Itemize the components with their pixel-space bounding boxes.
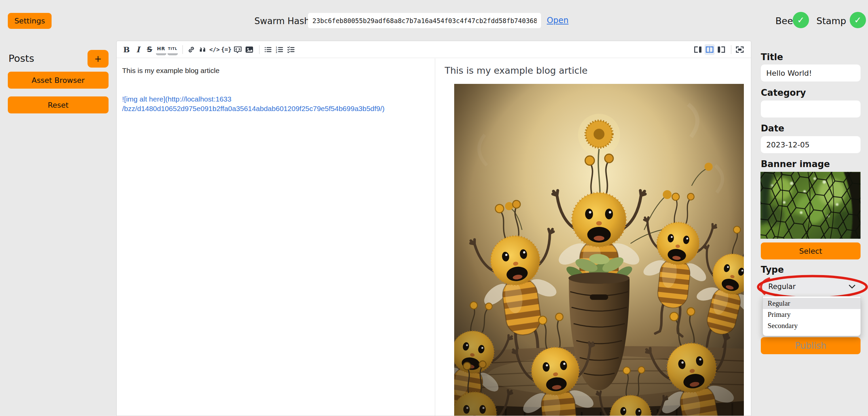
type-dropdown-menu: Regular Primary Secondary <box>763 296 861 336</box>
editor-panel: B I S HR TITL </> {=} <box>116 41 751 416</box>
quote-icon[interactable] <box>198 44 208 55</box>
banner-image-thumbnail <box>760 172 861 239</box>
etherjot-blog-editor: Settings Swarm Hash Open Bee ✓ Stamp ✓ P… <box>0 0 868 416</box>
markdown-toolbar: B I S HR TITL </> {=} <box>117 41 751 58</box>
editor-image-link-line1: ![img alt here](http://localhost:1633 <box>122 94 429 104</box>
checklist-icon[interactable] <box>286 44 296 55</box>
code-block-icon[interactable]: {=} <box>221 44 232 55</box>
svg-text:3: 3 <box>276 51 277 53</box>
horizontal-rule-icon[interactable]: HR <box>156 44 166 55</box>
reset-button[interactable]: Reset <box>8 96 109 113</box>
fullscreen-icon[interactable] <box>735 44 745 55</box>
type-option-secondary[interactable]: Secondary <box>763 320 861 331</box>
type-label: Type <box>761 265 784 275</box>
markdown-editor[interactable]: This is my example blog article ![img al… <box>117 58 435 416</box>
preview-bee-image <box>454 84 744 416</box>
embed-code-icon[interactable] <box>233 44 243 55</box>
type-select[interactable]: Regular <box>763 280 861 293</box>
strikethrough-icon[interactable]: S <box>144 44 155 55</box>
toolbar-divider <box>182 45 183 54</box>
view-preview-only-icon[interactable] <box>716 44 726 55</box>
category-label: Category <box>761 88 806 98</box>
type-select-value: Regular <box>768 283 796 291</box>
editor-text-line: This is my example blog article <box>122 66 429 75</box>
editor-image-link-line2: /bzz/d1480d10652d975e091b2ffa0a35614abda… <box>122 104 429 113</box>
view-split-icon[interactable] <box>705 44 715 55</box>
banner-select-button[interactable]: Select <box>761 242 861 259</box>
asset-browser-button[interactable]: Asset Browser <box>8 72 109 89</box>
stamp-check-icon: ✓ <box>850 12 866 28</box>
open-link[interactable]: Open <box>547 16 568 25</box>
bee-check-icon: ✓ <box>793 12 809 28</box>
markdown-preview: This is my example blog article <box>435 58 751 416</box>
add-post-button[interactable]: + <box>88 50 109 68</box>
category-input[interactable] <box>761 101 861 117</box>
stamp-status-label: Stamp <box>816 16 846 26</box>
title-input[interactable] <box>761 65 861 82</box>
view-editor-only-icon[interactable] <box>693 44 703 55</box>
swarm-hash-label: Swarm Hash <box>254 16 310 26</box>
svg-text:2: 2 <box>276 49 277 51</box>
editor-blank-line <box>122 85 429 94</box>
posts-heading: Posts <box>8 53 34 64</box>
type-option-primary[interactable]: Primary <box>763 309 861 320</box>
editor-blank-line <box>122 75 429 85</box>
settings-button[interactable]: Settings <box>8 13 52 29</box>
title-icon[interactable]: TITL <box>168 44 178 55</box>
toolbar-divider <box>731 45 731 54</box>
type-option-regular[interactable]: Regular <box>763 298 861 309</box>
unordered-list-icon[interactable] <box>263 44 273 55</box>
swarm-hash-input[interactable] <box>308 13 541 28</box>
publish-button[interactable]: Publish <box>761 337 861 354</box>
svg-text:1: 1 <box>276 46 277 49</box>
chevron-down-icon <box>848 284 856 289</box>
image-icon[interactable] <box>244 44 254 55</box>
bee-status-label: Bee <box>775 16 793 26</box>
banner-image-label: Banner image <box>761 159 830 169</box>
date-input[interactable] <box>761 136 861 153</box>
toolbar-divider <box>259 45 259 54</box>
title-label: Title <box>761 52 783 62</box>
italic-icon[interactable]: I <box>133 44 143 55</box>
ordered-list-icon[interactable]: 1 2 3 <box>274 44 285 55</box>
link-icon[interactable] <box>186 44 196 55</box>
code-icon[interactable]: </> <box>209 44 220 55</box>
date-label: Date <box>761 123 784 133</box>
preview-heading: This is my example blog article <box>445 65 742 76</box>
bold-icon[interactable]: B <box>121 44 132 55</box>
